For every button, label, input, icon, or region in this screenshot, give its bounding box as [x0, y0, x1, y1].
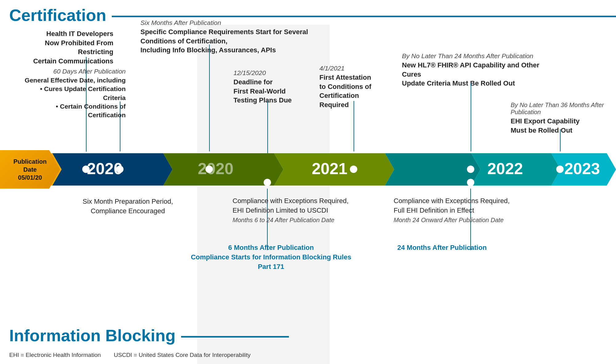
info-blocking-line [181, 336, 289, 338]
vline-60days [120, 102, 120, 151]
dec2020-text: Deadline forFirst Real-WorldTesting Plan… [233, 78, 320, 105]
pub-date-box: Publication Date 05/01/20 [0, 150, 60, 189]
24months-text: New HL7® FHIR® API Capability and Other … [402, 61, 553, 88]
60-days-label: 60 Days After Publication [18, 68, 126, 75]
svg-point-15 [264, 179, 271, 186]
annotation-apr2021: 4/1/2021 First Attestationto Conditions … [319, 65, 403, 110]
36months-text: EHI Export CapabilityMust be Rolled Out [511, 117, 615, 135]
apr2021-text: First Attestationto Conditions ofCertifi… [319, 73, 403, 110]
annotation-general-effective: 60 Days After Publication General Effect… [18, 68, 126, 120]
svg-marker-4 [385, 153, 480, 186]
timeline-svg: 2020 2020 2021 2022 2023 [0, 150, 616, 189]
six-months-label: Six Months After Publication [140, 19, 344, 26]
svg-text:2020: 2020 [198, 160, 233, 178]
annotation-36months: By No Later Than 36 Months After Publica… [511, 102, 615, 135]
24months-label: By No Later Than 24 Months After Publica… [402, 52, 553, 60]
vline-six-months [209, 45, 210, 151]
below-24months-pub: 24 Months After Publication [397, 243, 551, 253]
vline-apr2021 [354, 101, 354, 151]
footnote-ehi: EHI = Electronic Health Information [9, 352, 101, 358]
apr2021-label: 4/1/2021 [319, 65, 403, 72]
six-months-text: Specific Compliance Requirements Start f… [140, 27, 344, 55]
svg-text:2022: 2022 [487, 160, 523, 178]
svg-text:2021: 2021 [312, 160, 347, 178]
below-6months-pub: 6 Months After PublicationCompliance Sta… [179, 243, 363, 271]
annotation-dec2020: 12/15/2020 Deadline forFirst Real-WorldT… [233, 69, 320, 105]
svg-point-17 [467, 166, 474, 173]
below-compliance-uscdi: Compliance with Exceptions Required,EHI … [233, 196, 387, 225]
annotation-six-months: Six Months After Publication Specific Co… [140, 19, 344, 55]
svg-point-14 [205, 166, 213, 173]
info-blocking-title-area: Information Blocking [9, 326, 289, 345]
36months-label: By No Later Than 36 Months After Publica… [511, 102, 615, 116]
footnote-area: EHI = Electronic Health Information USCD… [9, 352, 251, 358]
vline-24months [471, 82, 471, 151]
svg-point-13 [116, 166, 124, 173]
footnote-uscdi: USCDI = United States Core Data for Inte… [114, 352, 251, 358]
info-blocking-title: Information Blocking [9, 326, 176, 345]
svg-point-16 [350, 166, 357, 173]
svg-point-19 [467, 179, 474, 186]
svg-point-18 [556, 166, 564, 173]
annotation-health-it: Health IT DevelopersNow Prohibited From … [18, 29, 113, 66]
dec2020-label: 12/15/2020 [233, 69, 320, 77]
cert-title: Certification [9, 6, 106, 25]
below-compliance-full-ehi: Compliance with Exceptions Required,Full… [394, 196, 560, 225]
cert-title-line [112, 16, 616, 17]
below-six-month-prep: Six Month Preparation Period,Compliance … [60, 197, 196, 216]
svg-text:2023: 2023 [564, 160, 600, 178]
general-effective-text: General Effective Date, including• Cures… [18, 76, 126, 120]
vline-36months [560, 129, 561, 151]
main-container: Certification Health IT DevelopersNow Pr… [0, 0, 616, 364]
pub-date-label: Publication Date 05/01/20 [14, 158, 47, 182]
svg-point-12 [82, 166, 90, 173]
annotation-24months: By No Later Than 24 Months After Publica… [402, 52, 553, 88]
health-it-text: Health IT DevelopersNow Prohibited From … [18, 29, 113, 66]
